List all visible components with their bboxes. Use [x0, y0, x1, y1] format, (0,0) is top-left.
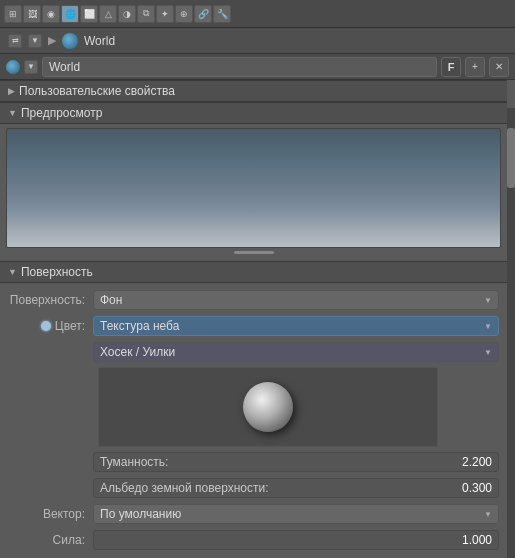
custom-props-title: Пользовательские свойства	[19, 84, 175, 98]
color-dropdown-value: Текстура неба	[100, 319, 179, 333]
toolbar: ⊞ 🖼 ◉ 🌐 ⬜ △ ◑ ⧉ ✦ ⊕ 🔗 🔧	[0, 0, 515, 28]
shader-dropdown[interactable]: Хосек / Уилки	[93, 342, 499, 362]
fog-numeric-field[interactable]: Туманность: 2.200	[93, 452, 499, 472]
surface-field-row: Поверхность: Фон	[8, 289, 499, 311]
main-container: ▶ Пользовательские свойства ▼ Предпросмо…	[0, 80, 515, 558]
albedo-numeric-value: 0.300	[462, 481, 492, 495]
strength-numeric-value: 1.000	[462, 533, 492, 547]
surface-section-header[interactable]: ▼ Поверхность	[0, 261, 507, 283]
surface-dropdown[interactable]: Фон	[93, 290, 499, 310]
content-area: ▶ Пользовательские свойства ▼ Предпросмо…	[0, 80, 507, 558]
material-icon[interactable]: ◑	[118, 5, 136, 23]
constraints-icon[interactable]: 🔗	[194, 5, 212, 23]
strength-field-label: Сила:	[8, 533, 93, 547]
render-icon[interactable]: ◉	[42, 5, 60, 23]
object-icon[interactable]: ⬜	[80, 5, 98, 23]
shader-preview-area	[98, 367, 499, 447]
albedo-field-row: Альбедо земной поверхности: 0.300	[8, 477, 499, 499]
color-field-label: Цвет:	[55, 319, 85, 333]
toolbar-group-1: ⊞ 🖼 ◉ 🌐 ⬜ △ ◑ ⧉ ✦ ⊕ 🔗 🔧	[4, 5, 231, 23]
color-dropdown[interactable]: Текстура неба	[93, 316, 499, 336]
fog-field-row: Туманность: 2.200	[8, 451, 499, 473]
custom-props-section-header[interactable]: ▶ Пользовательские свойства	[0, 80, 507, 102]
preview-arrow-icon: ▼	[8, 108, 17, 118]
preview-divider	[234, 251, 274, 254]
preview-section-header[interactable]: ▼ Предпросмотр	[0, 102, 507, 124]
preview-canvas	[6, 128, 501, 248]
nav-icon[interactable]: ⇄	[8, 34, 22, 48]
breadcrumb-bar: ⇄ ▼ ▶ World	[0, 28, 515, 54]
physics-icon[interactable]: ⊕	[175, 5, 193, 23]
world-icon[interactable]: 🌐	[61, 5, 79, 23]
preview-area	[0, 124, 507, 261]
vector-field-label: Вектор:	[8, 507, 93, 521]
shader-field-row: Хосек / Уилки	[8, 341, 499, 363]
image-icon[interactable]: 🖼	[23, 5, 41, 23]
particles-icon[interactable]: ✦	[156, 5, 174, 23]
shader-ball	[243, 382, 293, 432]
add-datablock-button[interactable]: +	[465, 57, 485, 77]
custom-props-arrow-icon: ▶	[8, 86, 15, 96]
dropdown-icon[interactable]: ▼	[28, 34, 42, 48]
color-dot-indicator[interactable]	[41, 321, 51, 331]
albedo-numeric-label: Альбедо земной поверхности:	[100, 481, 269, 495]
globe-icon	[62, 33, 78, 49]
name-bar: ▼ F + ✕	[0, 54, 515, 80]
name-input[interactable]	[42, 57, 437, 77]
fog-numeric-value: 2.200	[462, 455, 492, 469]
color-field-row: Цвет: Текстура неба	[8, 315, 499, 337]
surface-section-body: Поверхность: Фон Цвет: Текстура неба	[0, 283, 507, 558]
surface-field-label: Поверхность:	[8, 293, 93, 307]
vector-field-row: Вектор: По умолчанию	[8, 503, 499, 525]
surface-dropdown-value: Фон	[100, 293, 122, 307]
vector-dropdown[interactable]: По умолчанию	[93, 504, 499, 524]
name-dropdown-icon[interactable]: ▼	[24, 60, 38, 74]
fake-user-button[interactable]: F	[441, 57, 461, 77]
surface-arrow-icon: ▼	[8, 267, 17, 277]
unlink-datablock-button[interactable]: ✕	[489, 57, 509, 77]
surface-title: Поверхность	[21, 265, 93, 279]
albedo-numeric-field[interactable]: Альбедо земной поверхности: 0.300	[93, 478, 499, 498]
texture-icon[interactable]: ⧉	[137, 5, 155, 23]
vector-dropdown-value: По умолчанию	[100, 507, 181, 521]
strength-field-row: Сила: 1.000	[8, 529, 499, 551]
shader-preview-box	[98, 367, 438, 447]
shader-dropdown-value: Хосек / Уилки	[100, 345, 175, 359]
scrollbar-thumb[interactable]	[507, 128, 515, 188]
breadcrumb-world-text: World	[84, 34, 115, 48]
modifiers-icon[interactable]: 🔧	[213, 5, 231, 23]
world-small-icon	[6, 60, 20, 74]
strength-numeric-field[interactable]: 1.000	[93, 530, 499, 550]
fog-numeric-label: Туманность:	[100, 455, 168, 469]
scrollbar[interactable]	[507, 108, 515, 558]
grid-icon[interactable]: ⊞	[4, 5, 22, 23]
preview-title: Предпросмотр	[21, 106, 102, 120]
breadcrumb-sep: ▶	[48, 34, 56, 47]
mesh-icon[interactable]: △	[99, 5, 117, 23]
